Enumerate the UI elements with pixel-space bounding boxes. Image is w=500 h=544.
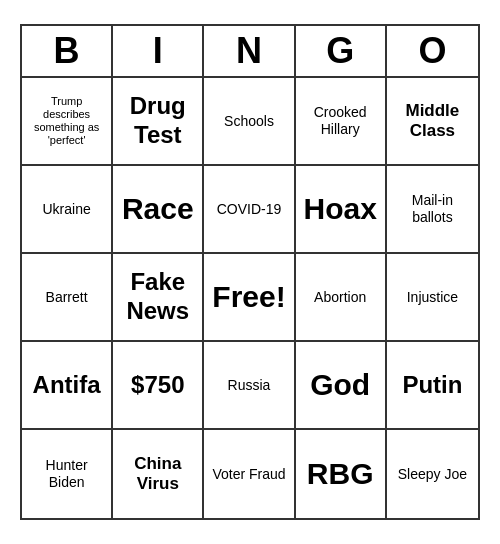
bingo-cell: Trump describes something as 'perfect' — [22, 78, 113, 166]
bingo-header: BINGO — [22, 26, 478, 78]
header-letter: N — [204, 26, 295, 76]
bingo-cell: Voter Fraud — [204, 430, 295, 518]
bingo-cell: Barrett — [22, 254, 113, 342]
bingo-cell: Russia — [204, 342, 295, 430]
bingo-cell: Drug Test — [113, 78, 204, 166]
bingo-cell: RBG — [296, 430, 387, 518]
bingo-cell: COVID-19 — [204, 166, 295, 254]
header-letter: O — [387, 26, 478, 76]
bingo-cell: God — [296, 342, 387, 430]
bingo-cell: Antifa — [22, 342, 113, 430]
bingo-cell: Injustice — [387, 254, 478, 342]
bingo-cell: Ukraine — [22, 166, 113, 254]
bingo-cell: Hoax — [296, 166, 387, 254]
bingo-cell: Schools — [204, 78, 295, 166]
bingo-cell: Crooked Hillary — [296, 78, 387, 166]
header-letter: B — [22, 26, 113, 76]
header-letter: G — [296, 26, 387, 76]
bingo-cell: Hunter Biden — [22, 430, 113, 518]
bingo-cell: Race — [113, 166, 204, 254]
bingo-cell: Mail-in ballots — [387, 166, 478, 254]
bingo-card: BINGO Trump describes something as 'perf… — [20, 24, 480, 520]
bingo-cell: Abortion — [296, 254, 387, 342]
bingo-cell: Middle Class — [387, 78, 478, 166]
bingo-cell: Sleepy Joe — [387, 430, 478, 518]
bingo-cell: Fake News — [113, 254, 204, 342]
bingo-cell: Free! — [204, 254, 295, 342]
bingo-cell: Putin — [387, 342, 478, 430]
bingo-cell: China Virus — [113, 430, 204, 518]
bingo-grid: Trump describes something as 'perfect'Dr… — [22, 78, 478, 518]
header-letter: I — [113, 26, 204, 76]
bingo-cell: $750 — [113, 342, 204, 430]
